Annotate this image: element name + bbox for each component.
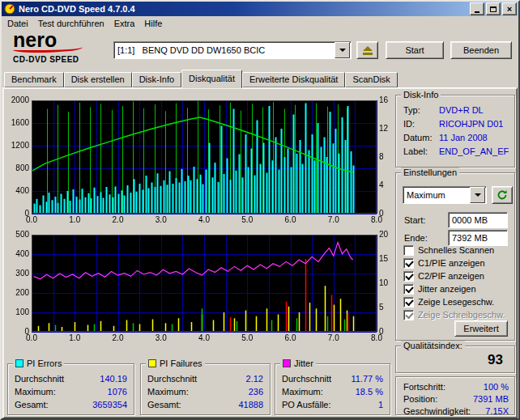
stat-row: Maximum:18.5 % — [282, 387, 383, 397]
stat-row: Maximum:236 — [147, 387, 263, 397]
disk-date-row: Datum:11 Jan 2008 — [403, 133, 511, 143]
pi-failures-jitter-chart — [7, 231, 391, 342]
maximize-icon — [490, 6, 497, 12]
tab-scandisk[interactable]: ScanDisk — [345, 72, 397, 87]
pi-errors-legend-label: PI Errors — [27, 358, 62, 368]
end-position-input[interactable]: 7392 MB — [448, 230, 508, 246]
tab-disk-erstellen[interactable]: Disk erstellen — [64, 72, 132, 87]
checkbox-icon[interactable] — [403, 284, 414, 295]
app-window: Nero CD-DVD Speed 4.7.0.4 × Datei Test d… — [0, 0, 520, 420]
checkbox-icon — [403, 310, 414, 320]
title-bar[interactable]: Nero CD-DVD Speed 4.7.0.4 × — [2, 2, 518, 16]
position-row: Position:7391 MB — [403, 394, 509, 405]
checkbox-c1-pie-anzeigen[interactable]: C1/PIE anzeigen — [403, 257, 485, 269]
checkbox-icon[interactable] — [403, 258, 414, 269]
jitter-panel: Jitter Durchschnitt11.77 % Maximum:18.5 … — [275, 363, 390, 415]
refresh-icon — [497, 189, 508, 201]
nero-logo: nero CD-DVD SPEED — [13, 31, 112, 64]
menu-test-durchfuehren[interactable]: Test durchführen — [33, 18, 109, 29]
settings-group: Einstellungen Maximum Start: 0000 MB End… — [395, 172, 515, 341]
eject-icon — [363, 46, 373, 55]
speed-row: Geschwindigkeit:7.15X — [403, 406, 509, 417]
position-value: 7391 MB — [473, 394, 509, 404]
advanced-button[interactable]: Erweitert — [454, 320, 508, 337]
toolbar: nero CD-DVD SPEED [1:1] BENQ DVD DD DW16… — [2, 30, 518, 70]
tab-benchmark[interactable]: Benchmark — [4, 72, 64, 87]
disk-id-label: ID: — [403, 119, 415, 129]
menu-bar: Datei Test durchführen Extra Hilfe — [2, 16, 518, 30]
pi-errors-legend: PI Errors — [13, 358, 64, 368]
disk-label-row: Label:END_OF_AN_EF — [403, 146, 511, 157]
checkbox-schnelles-scannen[interactable]: Schnelles Scannen — [403, 244, 494, 256]
stat-row: Durchschnitt2.12 — [147, 374, 263, 384]
menu-extra[interactable]: Extra — [109, 18, 140, 29]
progress-value: 100 % — [484, 382, 509, 392]
checkbox-zeige-lesegeschw[interactable]: Zeige Lesegeschw. — [403, 296, 494, 308]
disk-id-row: ID:RICOHJPN D01 — [403, 119, 511, 129]
close-icon: × — [507, 5, 512, 13]
pi-errors-panel: PI Errors Durchschnitt140.19 Maximum:107… — [7, 363, 134, 415]
pi-errors-chart — [7, 96, 391, 224]
stat-row: Durchschnitt11.77 % — [282, 374, 383, 384]
menu-datei[interactable]: Datei — [2, 18, 33, 29]
checkbox-label: Schnelles Scannen — [418, 245, 494, 255]
chevron-down-icon — [339, 49, 346, 55]
tab-erweiterte-diskqualitaet[interactable]: Erweiterte Diskqualität — [242, 72, 345, 87]
disk-type-value: DVD+R DL — [439, 105, 484, 115]
refresh-button[interactable] — [492, 186, 513, 204]
menu-hilfe[interactable]: Hilfe — [139, 18, 167, 29]
checkbox-jitter-anzeigen[interactable]: Jitter anzeigen — [403, 283, 476, 295]
chevron-down-icon — [475, 193, 481, 200]
checkbox-icon[interactable] — [403, 271, 414, 282]
checkbox-label: C1/PIE anzeigen — [418, 258, 485, 268]
start-position-input[interactable]: 0000 MB — [448, 212, 508, 228]
checkbox-label: C2/PIF anzeigen — [418, 271, 484, 281]
jitter-swatch — [283, 359, 291, 367]
disk-date-label: Datum: — [403, 133, 432, 142]
end-position-label: Ende: — [404, 233, 428, 243]
minimize-button[interactable] — [470, 2, 484, 15]
tab-disk-info[interactable]: Disk-Info — [132, 72, 181, 87]
progress-row: Fortschritt:100 % — [403, 382, 509, 392]
pi-failures-panel: PI Failures Durchschnitt2.12 Maximum:236… — [140, 363, 271, 415]
disk-info-group-title: Disk-Info — [401, 90, 441, 100]
disc-quality-tab-page: Disk-Info Typ:DVD+R DL ID:RICOHJPN D01 D… — [2, 87, 518, 418]
drive-select-dropdown-button[interactable] — [335, 42, 350, 58]
progress-label: Fortschritt: — [403, 382, 445, 392]
nero-logo-subtitle: CD-DVD SPEED — [13, 55, 112, 64]
pi-failures-legend-label: PI Failures — [160, 358, 202, 368]
disk-info-group: Disk-Info Typ:DVD+R DL ID:RICOHJPN D01 D… — [395, 95, 515, 168]
speed-select[interactable]: Maximum — [403, 186, 487, 204]
position-label: Position: — [403, 394, 437, 404]
checkbox-icon[interactable] — [403, 297, 414, 308]
disk-type-label: Typ: — [403, 105, 420, 115]
pi-failures-swatch — [148, 359, 156, 367]
minimize-icon — [475, 11, 480, 13]
checkbox-icon[interactable] — [403, 245, 414, 256]
speed-label: Geschwindigkeit: — [403, 406, 471, 416]
stat-row: Durchschnitt140.19 — [15, 374, 127, 384]
checkbox-c2-pif-anzeigen[interactable]: C2/PIF anzeigen — [403, 270, 484, 282]
quality-index-group: Qualitätsindex: 93 — [395, 346, 515, 373]
maximize-button[interactable] — [486, 2, 501, 15]
window-title: Nero CD-DVD Speed 4.7.0.4 — [19, 4, 470, 14]
close-button[interactable]: × — [502, 2, 517, 15]
drive-select[interactable]: [1:1] BENQ DVD DD DW1650 BCIC — [113, 41, 352, 59]
speed-value: 7.15X — [485, 406, 509, 416]
quality-index-title: Qualitätsindex: — [401, 341, 465, 350]
disk-date-value: 11 Jan 2008 — [439, 133, 488, 142]
jitter-legend: Jitter — [280, 358, 316, 368]
stat-row: Gesamt:41888 — [147, 400, 263, 410]
stat-row: Maximum:1076 — [15, 387, 127, 397]
stat-row: Gesamt:3659354 — [15, 400, 127, 410]
speed-select-value: Maximum — [403, 190, 470, 200]
quit-button[interactable]: Beenden — [450, 41, 512, 59]
pi-errors-swatch — [15, 359, 23, 367]
tab-diskqualitaet[interactable]: Diskqualität — [181, 70, 242, 88]
speed-select-dropdown-button[interactable] — [470, 187, 485, 203]
start-button[interactable]: Start — [386, 41, 444, 59]
app-icon — [4, 3, 15, 15]
eject-button[interactable] — [356, 41, 378, 59]
pi-failures-legend: PI Failures — [146, 358, 205, 368]
tab-strip: Benchmark Disk erstellen Disk-Info Diskq… — [2, 70, 518, 87]
